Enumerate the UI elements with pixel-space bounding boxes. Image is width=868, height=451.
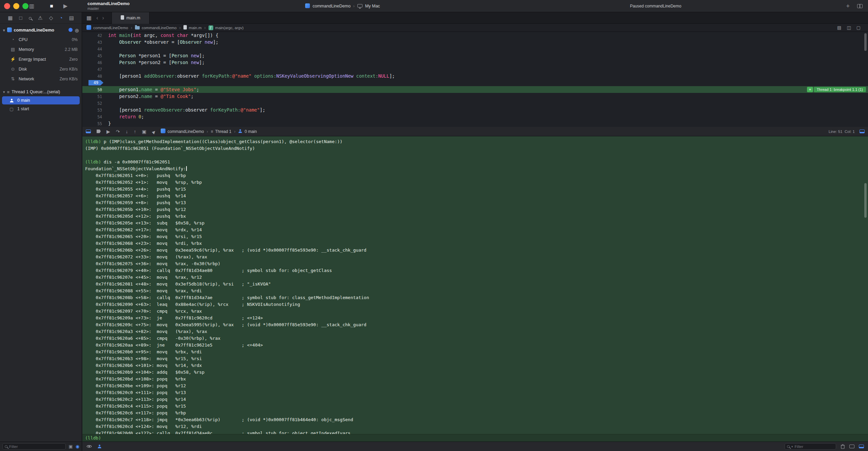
navigator-tab-tests-icon[interactable]: ◇ <box>49 15 53 21</box>
editor-scrollbar[interactable] <box>864 33 867 51</box>
zoom-button[interactable] <box>22 3 28 9</box>
console-pane-toggle-icon[interactable] <box>860 130 865 133</box>
line-number[interactable]: 46 <box>82 59 102 66</box>
gauge-memory[interactable]: ▤Memory2.2 MB <box>0 44 82 54</box>
line-number[interactable]: 53 <box>82 107 102 114</box>
breadcrumb-item-main-m[interactable]: main.m <box>183 25 202 30</box>
close-button[interactable] <box>4 3 10 9</box>
eye-icon[interactable] <box>86 445 92 448</box>
code-line-47[interactable]: 47 <box>82 66 868 73</box>
gauge-network[interactable]: ⇅NetworkZero KB/s <box>0 74 82 84</box>
activate-breakpoints-icon[interactable] <box>97 129 101 134</box>
debug-person-icon[interactable] <box>97 444 102 449</box>
step-into-icon[interactable]: ↓ <box>126 129 128 134</box>
line-number[interactable]: 43 <box>82 39 102 46</box>
stack-filter-icon[interactable]: ▣ <box>68 444 73 449</box>
lldb-console[interactable]: (lldb) p (IMP)class_getMethodImplementat… <box>82 136 868 442</box>
disclosure-triangle-icon[interactable]: ▾ <box>3 90 5 94</box>
code-line-55[interactable]: 55} <box>82 120 868 127</box>
pane-left-icon[interactable] <box>849 445 854 448</box>
line-number[interactable]: 48 <box>82 73 102 80</box>
minimize-button[interactable] <box>13 3 19 9</box>
code-line-53[interactable]: 53 [person1 removeObserver:observer forK… <box>82 106 868 113</box>
stop-button[interactable]: ■ <box>50 3 53 9</box>
disclosure-triangle-icon[interactable]: ▾ <box>3 28 5 33</box>
code-line-42[interactable]: 42int main(int argc, const char *argv[])… <box>82 32 868 39</box>
debug-crumb-commandLineDemo[interactable]: commandLineDemo <box>161 129 204 134</box>
debug-area-toggle-icon[interactable] <box>86 129 91 134</box>
debug-crumb-0-main[interactable]: 0 main <box>238 129 257 134</box>
scope-icon[interactable]: ◎ <box>75 28 79 33</box>
console-input-row[interactable]: (lldb) <box>82 434 868 442</box>
navigator-tab-bookmarks-icon[interactable]: □ <box>19 15 22 21</box>
add-button[interactable]: + <box>846 3 850 9</box>
related-items-icon[interactable]: ▦ <box>86 15 92 21</box>
forward-chevron-icon[interactable]: › <box>102 15 104 21</box>
gauge-cpu[interactable]: ◔CPU0% <box>0 35 82 44</box>
breadcrumb-item-commandLineDemo[interactable]: commandLineDemo <box>86 25 128 31</box>
step-over-icon[interactable]: ↷ <box>116 129 120 134</box>
line-number[interactable]: 55 <box>82 120 102 127</box>
stack-frame-0-main[interactable]: 0 main <box>2 96 80 104</box>
breadcrumb-item-commandLineDemo[interactable]: commandLineDemo <box>135 25 177 30</box>
breadcrumb-item-main-argc-argv-[interactable]: ƒmain(argc, argv) <box>209 25 244 30</box>
console-line: 0x7ff81c962051 <+0>: pushq %rbp <box>85 172 868 179</box>
navigator-tab-reports-icon[interactable]: ▤ <box>69 15 74 21</box>
line-number[interactable]: 45 <box>82 53 102 59</box>
tab-label: main.m <box>126 16 140 20</box>
line-number[interactable]: 42 <box>82 32 102 39</box>
code-line-54[interactable]: 54 return 0; <box>82 113 868 120</box>
code-line-46[interactable]: 46 Person *person2 = [Person new]; <box>82 59 868 66</box>
back-chevron-icon[interactable]: ‹ <box>96 15 98 21</box>
line-number[interactable]: 52 <box>82 100 102 107</box>
run-button[interactable]: ▶ <box>63 3 67 9</box>
editor-layout-icon[interactable]: ▢ <box>856 25 861 30</box>
editor-options-icon[interactable]: ▤ <box>837 25 841 30</box>
trash-icon[interactable] <box>841 444 845 449</box>
continue-icon[interactable]: ▶ <box>106 129 110 134</box>
gauge-disk[interactable]: ⊙DiskZero KB/s <box>0 64 82 74</box>
add-editor-icon[interactable]: ◫ <box>847 25 851 30</box>
view-hierarchy-icon[interactable]: ▣ <box>142 129 146 134</box>
line-number[interactable]: 50 <box>82 86 102 93</box>
scheme-selector[interactable]: commandLineDemo › My Mac <box>305 0 380 12</box>
code-line-49[interactable]: 49 <box>82 79 868 86</box>
line-number[interactable]: 54 <box>82 114 102 120</box>
source-editor[interactable]: 42int main(int argc, const char *argv[])… <box>82 32 868 127</box>
console-filter-input[interactable]: ▾ Filter <box>785 443 836 450</box>
code-line-50[interactable]: 50 person1.name = @"Steve Jobs";≡Thread … <box>82 86 868 93</box>
code-line-43[interactable]: 43 Observer *observer = [Observer new]; <box>82 39 868 45</box>
code-line-52[interactable]: 52 <box>82 100 868 106</box>
gauge-energy-impact[interactable]: ⚡Energy ImpactZero <box>0 54 82 64</box>
navigator-tab-project-icon[interactable]: ▦ <box>8 15 13 21</box>
console-right-controls <box>841 444 864 449</box>
live-issues-icon[interactable]: ◉ <box>76 444 79 449</box>
code-line-51[interactable]: 51 person2.name = @"Tim Cook"; <box>82 93 868 100</box>
code-line-48[interactable]: 48 [person1 addObserver:observer forKeyP… <box>82 73 868 79</box>
editor-panes-button[interactable] <box>857 3 863 9</box>
debug-crumb-Thread-1[interactable]: ≡Thread 1 <box>211 129 231 134</box>
line-number[interactable]: 47 <box>82 66 102 73</box>
breakpoint-marker[interactable]: 49 <box>88 80 103 85</box>
console-scrollbar[interactable] <box>864 183 867 218</box>
record-dot-icon[interactable] <box>68 28 73 33</box>
code-line-44[interactable]: 44 <box>82 45 868 52</box>
step-out-icon[interactable]: ↑ <box>134 129 136 134</box>
navigator-tab-issues-icon[interactable]: ⚠ <box>38 15 42 21</box>
code-line-45[interactable]: 45 Person *person1 = [Person new]; <box>82 52 868 59</box>
location-icon[interactable]: ▶ <box>152 129 155 134</box>
navigator-filter-input[interactable]: Filter <box>2 443 66 450</box>
chevron-down-icon: ▾ <box>791 445 793 448</box>
sidebar-toggle-button[interactable]: ▥ <box>29 3 34 9</box>
breakpoint-badge[interactable]: ≡Thread 1: breakpoint 1.1 (1) <box>807 87 866 92</box>
line-number[interactable]: 44 <box>82 46 102 53</box>
navigator-tab-search-icon[interactable] <box>29 15 32 21</box>
navigator-filter-placeholder: Filter <box>9 445 18 449</box>
stack-frame-1-start[interactable]: ▢1 start <box>2 105 80 113</box>
line-number[interactable]: 51 <box>82 93 102 100</box>
tab-main-m[interactable]: main.m <box>112 12 150 24</box>
navigator-tab-debug-icon[interactable]: ◔ <box>59 15 62 21</box>
pane-right-icon[interactable] <box>859 445 864 448</box>
process-header[interactable]: ▾ commandLineDemo ◎ <box>0 26 82 35</box>
thread-group-row[interactable]: ▾ ≡ Thread 1 Queue:...(serial) <box>0 88 82 96</box>
